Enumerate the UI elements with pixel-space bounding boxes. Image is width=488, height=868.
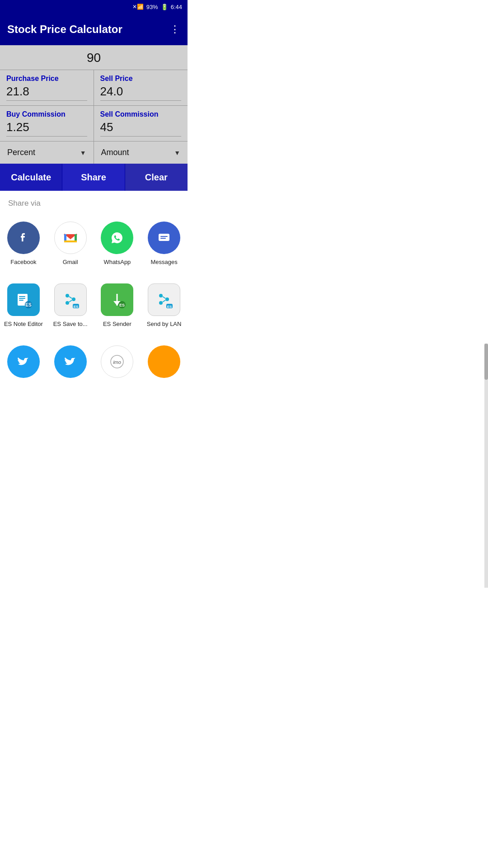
share-gmail[interactable]: Gmail: [47, 217, 94, 270]
orange-app-icon: [148, 345, 180, 378]
svg-rect-16: [19, 300, 23, 301]
share-via-label: Share via: [0, 191, 188, 212]
es-sender-label: ES Sender: [103, 321, 131, 327]
svg-point-33: [159, 301, 163, 305]
share-es-sender[interactable]: ES ES Sender: [94, 279, 141, 332]
svg-point-0: [14, 229, 33, 247]
dropdown-row: Percent ▼ Amount ▼: [0, 142, 188, 164]
svg-rect-10: [160, 236, 168, 237]
svg-rect-11: [160, 238, 166, 239]
svg-rect-9: [159, 234, 169, 241]
purchase-price-cell: Purchase Price 21.8: [0, 70, 94, 105]
quantity-value: 90: [87, 51, 101, 65]
svg-point-20: [66, 294, 69, 297]
sell-commission-value[interactable]: 45: [100, 120, 182, 137]
share-button[interactable]: Share: [62, 164, 125, 191]
es-save-label: ES Save to...: [53, 321, 88, 327]
share-es-note-editor[interactable]: ES ES Note Editor: [0, 279, 47, 332]
send-by-lan-label: Send by LAN: [147, 321, 182, 327]
share-orange-app[interactable]: [141, 341, 188, 382]
share-facebook[interactable]: Facebook: [0, 217, 47, 270]
whatsapp-icon: [101, 222, 133, 254]
facebook-label: Facebook: [10, 259, 36, 265]
svg-point-31: [159, 294, 163, 297]
twitter-1-icon: [7, 345, 40, 378]
share-twitter-1[interactable]: [0, 341, 47, 382]
svg-point-21: [72, 297, 75, 301]
time-display: 6:44: [171, 4, 182, 10]
svg-text:imo: imo: [113, 359, 122, 365]
imo-icon: imo: [101, 345, 133, 378]
sell-dropdown-label: Amount: [101, 148, 129, 157]
svg-text:ES: ES: [73, 305, 78, 309]
sell-dropdown-arrow-icon: ▼: [174, 149, 180, 156]
share-apps-row-2: ES ES Note Editor ES ES Save to...: [0, 279, 188, 341]
share-whatsapp[interactable]: WhatsApp: [94, 217, 141, 270]
whatsapp-label: WhatsApp: [103, 259, 131, 265]
buy-dropdown-arrow-icon: ▼: [80, 149, 86, 156]
facebook-icon: [7, 222, 40, 254]
buy-commission-type-dropdown[interactable]: Percent ▼: [0, 142, 94, 164]
share-twitter-2[interactable]: [47, 341, 94, 382]
share-messages[interactable]: Messages: [141, 217, 188, 270]
es-save-icon: ES: [54, 283, 87, 316]
app-title: Stock Price Calculator: [7, 23, 122, 36]
buy-dropdown-label: Percent: [7, 148, 35, 157]
buy-commission-cell: Buy Commission 1.25: [0, 106, 94, 141]
es-note-label: ES Note Editor: [4, 321, 43, 327]
sell-price-label: Sell Price: [100, 75, 182, 83]
sell-price-value[interactable]: 24.0: [100, 85, 182, 101]
signal-icon: ✕📶: [132, 4, 144, 10]
svg-point-32: [165, 297, 169, 301]
calculator-section: 90 Purchase Price 21.8 Sell Price 24.0 B…: [0, 45, 188, 164]
sell-commission-label: Sell Commission: [100, 110, 182, 118]
gmail-icon: [54, 222, 87, 254]
svg-text:ES: ES: [167, 305, 172, 309]
battery-percentage: 93%: [146, 4, 158, 10]
messages-label: Messages: [151, 259, 178, 265]
status-bar: ✕📶 93% 🔋 6:44: [0, 0, 188, 14]
gmail-label: Gmail: [63, 259, 78, 265]
svg-point-43: [154, 352, 174, 372]
svg-rect-15: [19, 298, 25, 299]
app-bar: Stock Price Calculator ⋮: [0, 14, 188, 45]
share-apps-row-1: Facebook Gmail: [0, 212, 188, 279]
buy-commission-label: Buy Commission: [6, 110, 87, 118]
quantity-row: 90: [0, 45, 188, 70]
commission-row: Buy Commission 1.25 Sell Commission 45: [0, 106, 188, 142]
svg-rect-14: [19, 296, 25, 297]
sell-commission-type-dropdown[interactable]: Amount ▼: [94, 142, 188, 164]
es-note-editor-icon: ES: [7, 283, 40, 316]
calculate-button[interactable]: Calculate: [0, 164, 62, 191]
svg-text:ES: ES: [25, 302, 32, 307]
action-buttons: Calculate Share Clear: [0, 164, 188, 191]
purchase-price-value[interactable]: 21.8: [6, 85, 87, 101]
share-sheet: Share via Facebook: [0, 191, 188, 387]
sell-price-cell: Sell Price 24.0: [94, 70, 188, 105]
svg-text:ES: ES: [119, 303, 125, 307]
svg-rect-6: [64, 241, 77, 242]
purchase-price-label: Purchase Price: [6, 75, 87, 83]
share-es-save[interactable]: ES ES Save to...: [47, 279, 94, 332]
messages-icon: [148, 222, 180, 254]
send-by-lan-icon: ES: [148, 283, 180, 316]
clear-button[interactable]: Clear: [125, 164, 188, 191]
more-options-icon[interactable]: ⋮: [170, 24, 180, 35]
twitter-2-icon: [54, 345, 87, 378]
es-sender-icon: ES: [101, 283, 133, 316]
svg-point-22: [66, 301, 69, 305]
battery-icon: 🔋: [161, 4, 168, 10]
share-send-by-lan[interactable]: ES Send by LAN: [141, 279, 188, 332]
sell-commission-cell: Sell Commission 45: [94, 106, 188, 141]
share-imo[interactable]: imo: [94, 341, 141, 382]
price-row: Purchase Price 21.8 Sell Price 24.0: [0, 70, 188, 106]
share-apps-row-3-partial: imo: [0, 341, 188, 387]
buy-commission-value[interactable]: 1.25: [6, 120, 87, 137]
